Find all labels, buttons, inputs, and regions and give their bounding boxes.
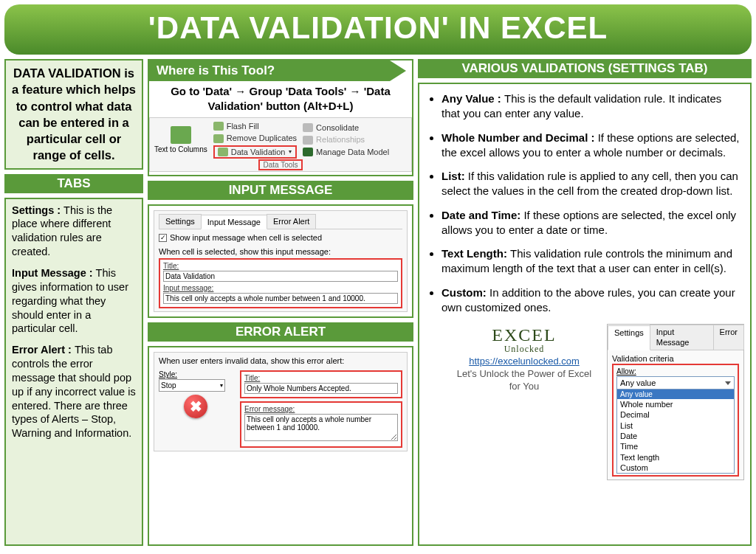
allow-option[interactable]: Any value [617, 389, 734, 399]
tabs-box: Settings : This is the place where diffe… [4, 198, 143, 546]
list-item: Date and Time: If these options are sele… [441, 208, 740, 238]
allow-highlight: Allow: Any value Any value Whole number … [612, 364, 739, 477]
validations-heading: VARIOUS VALIDATIONS (SETTINGS TAB) [418, 59, 752, 78]
allow-select[interactable]: Any value [616, 376, 735, 389]
where-heading: Where is This Tool? [149, 60, 390, 81]
page-title: 'DATA VALIDATION' IN EXCEL [4, 4, 752, 55]
input-title-field[interactable] [163, 271, 398, 282]
consolidate-icon [303, 123, 313, 132]
data-validation-icon [218, 148, 228, 156]
validations-list: Any Value : This is the default validati… [425, 89, 744, 315]
when-selected-label: When cell is selected, show this input m… [159, 246, 402, 257]
input-message-box: Settings Input Message Error Alert ✓ Sho… [148, 204, 413, 318]
manage-data-model-icon [303, 148, 313, 156]
settings-panel: Settings Input Message Error Validation … [607, 324, 744, 480]
dlg-tab-error-alert[interactable]: Error Alert [267, 214, 317, 229]
error-message-field[interactable] [244, 414, 398, 441]
ribbon-remove-duplicates[interactable]: Remove Duplicates [213, 133, 297, 143]
allow-option[interactable]: Decimal [617, 409, 734, 420]
remove-duplicates-icon [213, 134, 224, 143]
ribbon-mock: Text to Columns Flash Fill Remove Duplic… [149, 117, 412, 172]
input-message-dialog: Settings Input Message Error Alert ✓ Sho… [154, 210, 408, 312]
allow-option[interactable]: List [617, 420, 734, 431]
ribbon-flash-fill[interactable]: Flash Fill [213, 121, 297, 131]
list-item: Text Length: This validation rule contro… [441, 246, 740, 277]
main-layout: DATA VALIDATION is a feature which helps… [4, 59, 752, 546]
ribbon-manage-model[interactable]: Manage Data Model [303, 147, 389, 157]
allow-option[interactable]: Whole number [617, 399, 734, 409]
error-title-label: Title: [244, 373, 398, 383]
dlg-tab-settings[interactable]: Settings [159, 214, 202, 229]
list-item: Custom: In addition to the above rules, … [441, 285, 740, 316]
sp-tab-error[interactable]: Error [713, 325, 744, 350]
brand-block: EXCEL Unlocked https://excelunlocked.com… [455, 324, 594, 392]
allow-options-list[interactable]: Any value Whole number Decimal List Date… [616, 389, 735, 474]
input-fields-highlight: Title: Input message: [159, 258, 402, 308]
list-item: List: If this validation rule is applied… [441, 169, 740, 199]
validation-criteria-label: Validation criteria [612, 353, 739, 364]
error-alert-box: When user enters invalid data, show this… [148, 346, 413, 546]
sp-tab-input[interactable]: Input Message [650, 325, 714, 350]
tabs-settings-label: Settings : [12, 204, 63, 216]
flash-fill-icon [213, 122, 224, 131]
ribbon-consolidate[interactable]: Consolidate [303, 122, 389, 133]
tabs-error-text: This tab controls the error message that… [12, 344, 136, 439]
intro-box: DATA VALIDATION is a feature which helps… [4, 59, 143, 170]
error-when-label: When user enters invalid data, show this… [159, 356, 402, 366]
tabs-error-label: Error Alert : [12, 344, 75, 356]
list-item: Any Value : This is the default validati… [441, 91, 740, 122]
ribbon-data-validation[interactable]: Data Validation▾ [213, 145, 297, 159]
ribbon-relationships: Relationships [303, 134, 389, 145]
show-input-label: Show input message when cell is selected [170, 232, 322, 243]
list-item: Whole Number and Decimal : If these opti… [441, 131, 740, 161]
error-message-label: Error message: [244, 404, 398, 414]
sp-tab-settings[interactable]: Settings [608, 325, 650, 350]
input-message-field[interactable] [163, 293, 398, 304]
input-message-heading: INPUT MESSAGE [148, 181, 413, 200]
checkbox-icon[interactable]: ✓ [159, 234, 167, 242]
relationships-icon [303, 136, 313, 145]
text-to-columns-icon [171, 126, 191, 144]
brand-logo: EXCEL Unlocked [455, 324, 594, 356]
ribbon-text-to-columns[interactable]: Text to Columns [154, 146, 207, 153]
allow-label: Allow: [616, 367, 735, 376]
where-box: Where is This Tool? Go to 'Data' → Group… [148, 59, 413, 176]
validations-box: Any Value : This is the default validati… [418, 83, 752, 546]
tabs-input-label: Input Message : [12, 267, 96, 279]
chevron-down-icon [725, 381, 731, 385]
dlg-tab-input-message[interactable]: Input Message [201, 215, 267, 229]
ribbon-group-label: Data Tools [258, 159, 302, 170]
error-style-label: Style: [159, 370, 177, 378]
error-alert-heading: ERROR ALERT [148, 322, 413, 342]
tabs-heading: TABS [4, 174, 143, 193]
allow-option[interactable]: Custom [617, 463, 734, 473]
where-instruction: Go to 'Data' → Group 'Data Tools' → 'Dat… [149, 84, 412, 113]
allow-option[interactable]: Text length [617, 452, 734, 463]
error-alert-dialog: When user enters invalid data, show this… [154, 352, 408, 452]
input-message-label: Input message: [163, 283, 398, 293]
allow-option[interactable]: Time [617, 441, 734, 451]
allow-option[interactable]: Date [617, 431, 734, 441]
error-title-field[interactable] [244, 383, 398, 394]
stop-error-icon: ✖ [184, 395, 207, 418]
show-input-checkbox-row[interactable]: ✓ Show input message when cell is select… [159, 232, 402, 243]
brand-link[interactable]: https://excelunlocked.com [469, 356, 580, 367]
brand-tagline: Let's Unlock the Power of Excel for You [455, 368, 594, 393]
error-style-select[interactable]: Stop▾ [159, 379, 225, 392]
input-title-label: Title: [163, 261, 398, 271]
